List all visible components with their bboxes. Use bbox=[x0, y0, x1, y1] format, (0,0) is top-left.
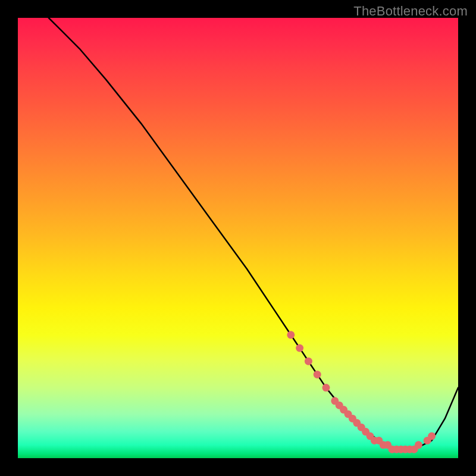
chart-container: TheBottleneck.com bbox=[0, 0, 476, 476]
curve-markers bbox=[287, 331, 436, 453]
plot-area bbox=[18, 18, 458, 458]
curve-marker bbox=[296, 345, 303, 352]
curve-marker bbox=[287, 331, 295, 339]
attribution-label: TheBottleneck.com bbox=[353, 4, 468, 19]
curve-marker bbox=[322, 384, 330, 392]
curve-marker bbox=[314, 371, 321, 378]
curve-marker bbox=[305, 358, 312, 365]
curve-marker bbox=[415, 441, 422, 449]
curve-line bbox=[49, 18, 458, 449]
curve-marker bbox=[428, 433, 436, 440]
curve-svg bbox=[18, 18, 458, 458]
